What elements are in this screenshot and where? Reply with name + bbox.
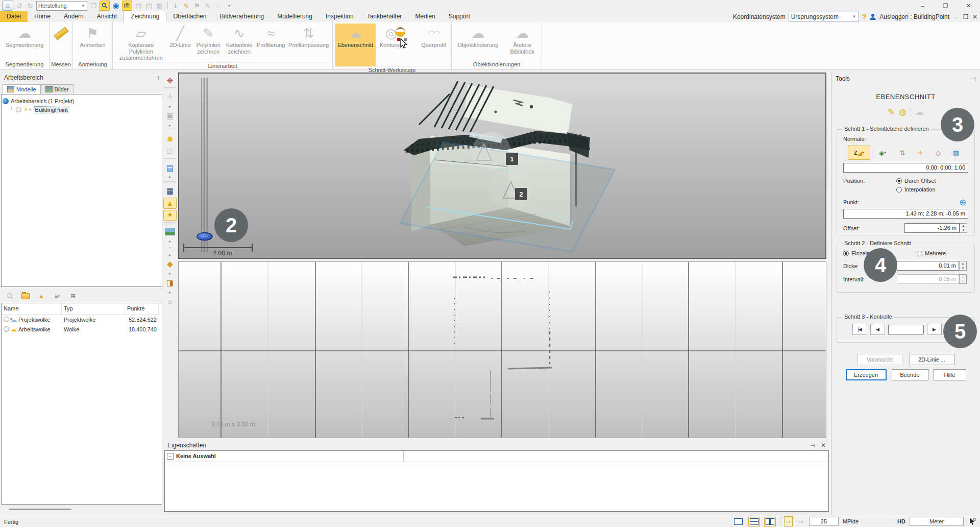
slider-handle[interactable] [197, 233, 212, 241]
search-icon[interactable] [100, 1, 110, 11]
tab-tankbehaelter[interactable]: Tankbehälter [360, 11, 409, 22]
offset-spinner[interactable]: ▲▼ [960, 223, 967, 233]
flip-axis-button[interactable]: ⇅ [895, 146, 910, 160]
radio-mehrere[interactable]: Mehrere [917, 250, 946, 256]
beende-button[interactable]: Beende [892, 369, 928, 380]
column-punkte[interactable]: Punkte [125, 303, 159, 314]
stamp-tool-icon[interactable]: ✦ [163, 210, 177, 221]
background-image-icon[interactable] [163, 226, 177, 237]
tab-aendern[interactable]: Ändern [57, 11, 90, 22]
viewport-3d[interactable]: 1 2 2.00 m [178, 73, 826, 259]
tab-bildverarbeitung[interactable]: Bildverarbeitung [213, 11, 271, 22]
column-typ[interactable]: Typ [62, 303, 125, 314]
move-up-icon[interactable]: ▲ [35, 290, 48, 302]
close-icon[interactable]: ✕ [821, 442, 826, 449]
camera-icon[interactable] [122, 1, 132, 11]
first-slice-button[interactable]: |◀ [852, 324, 867, 335]
chevron-icon[interactable]: ▸ [163, 123, 177, 128]
layer-icon[interactable]: ▤ [163, 162, 177, 173]
polylinien-zeichnen-button[interactable]: Polylinien zeichnen [193, 23, 223, 56]
tab-ansicht[interactable]: Ansicht [90, 11, 124, 22]
forward-arrow-2-icon[interactable]: ⇨ [797, 516, 805, 526]
properties-row[interactable]: − Keine Auswahl [165, 451, 828, 462]
rotate-tool-icon[interactable]: ✺ [163, 134, 177, 145]
thickness-field[interactable]: 0.01 m [897, 261, 959, 271]
vertical-split-icon[interactable] [764, 517, 776, 526]
visibility-bulb-icon[interactable] [4, 317, 9, 322]
help-icon[interactable]: ? [862, 13, 867, 21]
pick-point-icon[interactable]: ⊕ [957, 197, 968, 208]
2d-linie-button[interactable]: 2D-Linie [167, 23, 193, 50]
sketch-icon[interactable]: ✎ [203, 1, 212, 10]
table-row[interactable]: ☁Arbeitswolke Wolke 18.400.740 [2, 324, 162, 334]
erzeugen-button[interactable]: Erzeugen [846, 369, 887, 380]
render-gem-icon[interactable]: ◆ [163, 259, 177, 270]
measure-pen-icon[interactable]: ✎ [182, 1, 191, 10]
querprofil-button[interactable]: Querprofil [418, 23, 449, 50]
single-pane-icon[interactable] [732, 517, 744, 526]
maximize-button[interactable]: ❐ [934, 0, 957, 11]
tree-root-item[interactable]: Arbeitsbereich (1 Projekt) [3, 97, 161, 105]
profilanpassung-button[interactable]: Profilanpassung [287, 23, 330, 50]
chevron-icon[interactable]: ▸ [163, 238, 177, 244]
tab-support[interactable]: Support [442, 11, 477, 22]
radio-interpolation[interactable]: Interpolation [896, 186, 936, 193]
point-size-icon[interactable]: ∴ [163, 245, 177, 251]
pin-icon[interactable]: ⊤ [154, 75, 160, 80]
level-tool-icon[interactable]: ⊥ [171, 1, 180, 10]
tab-inspektion[interactable]: Inspektion [319, 11, 360, 22]
zoom-extents-icon[interactable]: ⊡ [163, 146, 177, 156]
trimble-logo-icon[interactable]: ◉ [111, 1, 120, 10]
close-button[interactable]: ✕ [957, 0, 980, 11]
draw-plane-icon[interactable]: ✎ [888, 107, 895, 117]
previous-slice-button[interactable]: ◀ [870, 324, 885, 335]
pin-marker-icon[interactable]: ⚑ [192, 1, 202, 10]
save-icon[interactable]: ▤ [134, 1, 143, 10]
point-value-field[interactable]: 1.43 m; 2.28 m; -0.05 m [843, 209, 968, 219]
2d-linie-button[interactable]: 2D-Linie ... [910, 354, 954, 365]
minimize-button[interactable]: – [952, 13, 961, 20]
limit-box-warning-icon[interactable]: ▲ [163, 198, 177, 208]
ebenenschnitt-button[interactable]: Ebenenschnitt [335, 23, 376, 66]
next-slice-button[interactable]: ▶ [927, 324, 942, 335]
close-button[interactable]: ✕ [971, 13, 979, 20]
chevron-icon[interactable]: ▸ [163, 271, 177, 276]
orbit-view-icon[interactable]: ✥ [163, 75, 177, 86]
messen-button[interactable] [53, 23, 70, 37]
unit-field[interactable]: Meter [910, 517, 964, 526]
minimize-button[interactable]: – [911, 0, 934, 11]
objektkodierung-button[interactable]: Objektkodierung [454, 23, 502, 50]
viewport-2d[interactable]: 3.00 m x 3.00 m [178, 261, 826, 438]
anmerken-button[interactable]: Anmerken [78, 23, 107, 50]
tab-datei[interactable]: Datei [0, 11, 28, 22]
tab-modelle[interactable]: Modelle [3, 84, 41, 94]
column-name[interactable]: Name [2, 303, 62, 314]
cube-view-icon[interactable]: ▣ [163, 110, 177, 121]
profilierung-button[interactable]: Profilierung [255, 23, 287, 50]
sphere-target-icon[interactable]: ○ [163, 296, 177, 307]
table-input-button[interactable]: ▦ [948, 146, 964, 160]
tree-project-item[interactable]: └ ✳✳ BuildingPoint [3, 105, 161, 114]
search-icon[interactable] [3, 290, 16, 302]
horizontal-scrollbar[interactable] [1, 506, 162, 513]
pick-normal-button[interactable]: ◈▾ [873, 146, 892, 160]
normal-value-field[interactable]: 0.00; 0.00; 1.00 [843, 163, 968, 173]
undo-icon[interactable]: ↺ [15, 1, 24, 10]
visibility-bulb-icon[interactable] [4, 326, 9, 332]
chevron-icon[interactable]: ▸ [163, 104, 177, 109]
list-view-icon[interactable]: ≡▾ [51, 290, 64, 302]
detail-view-icon[interactable]: ⊞ [66, 290, 80, 302]
new-project-icon[interactable]: ❐ [89, 1, 98, 10]
kettenlinie-zeichnen-button[interactable]: Kettenlinie zeichnen [224, 23, 255, 56]
save-as-icon[interactable]: ▤ [144, 1, 154, 10]
chevron-icon[interactable]: ▸ [163, 290, 177, 295]
thickness-spinner[interactable]: ▲▼ [959, 261, 967, 271]
hilfe-button[interactable]: Hilfe [934, 369, 966, 380]
home-icon[interactable]: ⌂ [2, 1, 13, 11]
forward-arrow-icon[interactable]: ⇨ [785, 516, 793, 526]
fit-plane-button[interactable]: ◇ [930, 146, 946, 160]
visibility-bulb-icon[interactable] [16, 107, 21, 112]
tab-modellierung[interactable]: Modellierung [271, 11, 319, 22]
pan-hand-icon[interactable]: ✛ [163, 92, 177, 103]
collapse-icon[interactable]: − [167, 453, 174, 460]
